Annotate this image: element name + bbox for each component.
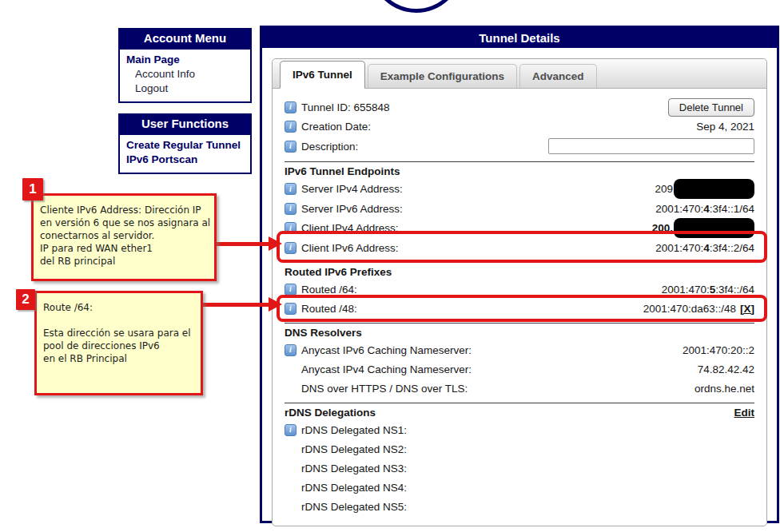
- annotation-arrow-2-head: [269, 297, 282, 312]
- server-ipv6-label: Server IPv6 Address:: [301, 203, 403, 215]
- info-icon[interactable]: i: [285, 101, 296, 113]
- client-ipv6-row: i Client IPv6 Address: 2001:470:4:3f4::2…: [285, 238, 754, 257]
- creation-date-value: Sep 4, 2021: [696, 121, 754, 133]
- tab-advanced[interactable]: Advanced: [519, 64, 597, 88]
- account-menu-box: Main Page Account Info Logout: [118, 48, 252, 103]
- sidebar-item-logout[interactable]: Logout: [126, 81, 244, 96]
- info-icon[interactable]: i: [285, 344, 296, 356]
- sidebar-item-create-regular-tunnel[interactable]: Create Regular Tunnel: [126, 138, 244, 153]
- note-line: [43, 314, 194, 327]
- routed-48-row: i Routed /48: 2001:470:da63::/48 [X]: [285, 299, 754, 318]
- doh-dot-row: DNS over HTTPS / DNS over TLS: ordns.he.…: [285, 379, 754, 398]
- dns-section-title: DNS Resolvers: [285, 327, 754, 339]
- note-line: conectarnos al servidor.: [40, 229, 208, 242]
- routed-64-value: 2001:470:5:3f4::/64: [662, 284, 754, 296]
- rdns-ns3-row: rDNS Delegated NS3:: [285, 459, 754, 478]
- annotation-arrow-1-head: [269, 236, 282, 251]
- tab-example-configurations[interactable]: Example Configurations: [368, 64, 517, 88]
- note-line: Cliente IPv6 Address: Dirección IP: [40, 204, 208, 216]
- ipv6-tunnel-tab-panel: i Tunnel ID: 655848 Delete Tunnel i Crea…: [273, 89, 766, 526]
- tab-bar: IPv6 Tunnel Example Configurations Advan…: [273, 59, 766, 89]
- sidebar: Account Menu Main Page Account Info Logo…: [118, 28, 252, 174]
- tunnel-details-panel: Tunnel Details IPv6 Tunnel Example Confi…: [260, 26, 779, 523]
- section-divider: [285, 403, 754, 403]
- account-menu-header: Account Menu: [118, 28, 252, 48]
- anycast-ipv6-label: Anycast IPv6 Caching Nameserver:: [301, 344, 472, 356]
- tunnel-id-row: i Tunnel ID: 655848 Delete Tunnel: [285, 97, 754, 117]
- delete-tunnel-button[interactable]: Delete Tunnel: [668, 98, 754, 117]
- client-ipv4-label: Client IPv4 Address:: [301, 222, 399, 234]
- sidebar-item-main-page[interactable]: Main Page: [126, 53, 244, 67]
- client-ipv6-value: 2001:470:4:3f4::2/64: [655, 242, 754, 254]
- hurricane-electric-logo-arc: [372, 0, 460, 13]
- routed-64-row: i Routed /64: 2001:470:5:3f4::/64: [285, 280, 754, 299]
- description-row: i Description:: [285, 136, 754, 157]
- note-line: pool de direcciones IPv6: [43, 339, 194, 352]
- info-icon[interactable]: i: [285, 141, 296, 153]
- info-icon[interactable]: i: [285, 203, 296, 215]
- creation-date-row: i Creation Date: Sep 4, 2021: [285, 117, 754, 136]
- description-input[interactable]: [548, 138, 754, 154]
- server-ipv6-row: i Server IPv6 Address: 2001:470:4:3f4::1…: [285, 199, 754, 218]
- section-divider: [285, 262, 754, 263]
- rdns-edit-link[interactable]: Edit: [734, 407, 755, 419]
- server-ipv4-row: i Server IPv4 Address: 209: [285, 179, 754, 199]
- anycast-ipv4-row: Anycast IPv4 Caching Nameserver: 74.82.4…: [285, 359, 754, 379]
- doh-dot-label: DNS over HTTPS / DNS over TLS:: [301, 383, 468, 395]
- section-divider: [285, 161, 754, 162]
- sidebar-item-ipv6-portscan[interactable]: IPv6 Portscan: [126, 153, 244, 167]
- anycast-ipv4-value: 74.82.42.42: [698, 363, 754, 375]
- routed-48-value: 2001:470:da63::/48: [643, 303, 736, 315]
- redacted-value: [674, 179, 754, 199]
- sidebar-item-account-info[interactable]: Account Info: [126, 67, 244, 81]
- annotation-note-1: Cliente IPv6 Address: Dirección IP en ve…: [31, 193, 217, 281]
- rdns-ns2-row: rDNS Delegated NS2:: [285, 439, 754, 459]
- rdns-ns5-label: rDNS Delegated NS5:: [301, 501, 407, 513]
- info-icon[interactable]: i: [285, 303, 296, 315]
- tab-ipv6-tunnel[interactable]: IPv6 Tunnel: [280, 61, 365, 89]
- doh-dot-value: ordns.he.net: [694, 383, 754, 395]
- note-line: en el RB Principal: [43, 352, 194, 365]
- note-line: Esta dirección se usara para el: [43, 327, 194, 339]
- info-icon[interactable]: i: [285, 222, 296, 234]
- rdns-section-title: rDNS Delegations Edit: [285, 407, 754, 419]
- info-icon[interactable]: i: [285, 242, 296, 254]
- annotation-number-2: 2: [16, 289, 35, 310]
- info-icon[interactable]: i: [285, 424, 296, 436]
- annotation-arrow-2-line: [201, 303, 269, 307]
- client-ipv4-link[interactable]: 200.: [652, 222, 673, 234]
- tabs-widget: IPv6 Tunnel Example Configurations Advan…: [272, 58, 767, 526]
- user-functions-box: Create Regular Tunnel IPv6 Portscan: [118, 133, 252, 174]
- tunnel-id-label: Tunnel ID: 655848: [301, 101, 390, 113]
- rdns-section-title-text: rDNS Delegations: [285, 407, 376, 419]
- info-icon[interactable]: i: [285, 284, 296, 296]
- annotation-number-1: 1: [22, 178, 43, 200]
- note-line: Route /64:: [43, 301, 194, 314]
- server-ipv4-label: Server IPv4 Address:: [301, 183, 403, 195]
- rdns-ns4-label: rDNS Delegated NS4:: [301, 482, 407, 494]
- routed-64-label: Routed /64:: [301, 284, 357, 296]
- creation-date-label: Creation Date:: [301, 121, 371, 133]
- info-icon[interactable]: i: [285, 121, 296, 133]
- user-functions-header: User Functions: [118, 113, 252, 133]
- annotation-arrow-1-line: [213, 242, 269, 246]
- anycast-ipv6-value: 2001:470:20::2: [683, 344, 754, 356]
- note-line: del RB principal: [40, 255, 208, 268]
- page-title: Tunnel Details: [262, 28, 777, 48]
- endpoints-section-title: IPv6 Tunnel Endpoints: [285, 165, 754, 177]
- routed-48-remove-link[interactable]: [X]: [740, 303, 754, 315]
- rdns-ns2-label: rDNS Delegated NS2:: [301, 443, 407, 455]
- section-divider: [285, 323, 754, 324]
- routed-48-label: Routed /48:: [301, 303, 357, 315]
- rdns-ns1-label: rDNS Delegated NS1:: [301, 424, 407, 436]
- client-ipv6-label: Client IPv6 Address:: [301, 242, 399, 254]
- rdns-ns3-label: rDNS Delegated NS3:: [301, 463, 407, 474]
- rdns-ns1-row: i rDNS Delegated NS1:: [285, 420, 754, 439]
- anycast-ipv4-label: Anycast IPv4 Caching Nameserver:: [301, 363, 472, 375]
- info-icon[interactable]: i: [285, 183, 296, 195]
- routed-section-title: Routed IPv6 Prefixes: [285, 266, 754, 278]
- rdns-ns4-row: rDNS Delegated NS4:: [285, 478, 754, 497]
- note-line: en versión 6 que se nos asignara al: [40, 216, 208, 229]
- anycast-ipv6-row: i Anycast IPv6 Caching Nameserver: 2001:…: [285, 340, 754, 359]
- redacted-value: [674, 218, 754, 238]
